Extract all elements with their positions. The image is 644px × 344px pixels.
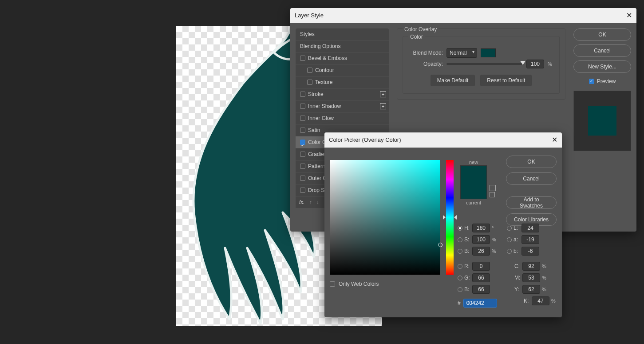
new-label: new (460, 160, 487, 165)
make-default-button[interactable]: Make Default (431, 75, 475, 86)
a-radio[interactable] (507, 237, 512, 242)
plus-icon[interactable]: + (380, 91, 386, 97)
checkbox[interactable] (300, 128, 305, 133)
hex-label: # (458, 300, 461, 306)
style-item-label: Stroke (308, 88, 324, 100)
l-input[interactable] (522, 224, 539, 232)
style-item-stroke[interactable]: Stroke+ (296, 88, 389, 100)
style-item-label: Texture (315, 76, 332, 88)
checkbox[interactable] (300, 92, 305, 97)
y-input[interactable] (522, 285, 540, 294)
style-item-styles[interactable]: Styles (296, 28, 389, 40)
hue-thumb-r[interactable] (454, 215, 457, 220)
checkbox[interactable] (307, 68, 312, 73)
checkbox[interactable] (300, 152, 305, 157)
saturation-value-panel[interactable] (330, 160, 440, 275)
checkbox[interactable] (307, 80, 312, 85)
style-item-label: Satin (308, 124, 320, 136)
bv-radio[interactable] (458, 249, 462, 254)
hue-bar[interactable] (446, 160, 454, 275)
style-item-label: Bevel & Emboss (308, 52, 347, 64)
cancel-button[interactable]: Cancel (506, 172, 557, 185)
color-picker-dialog[interactable]: Color Picker (Overlay Color) ✕ new curre… (324, 132, 562, 317)
close-icon[interactable]: ✕ (552, 132, 557, 148)
pct-label: % (548, 61, 554, 67)
s-radio[interactable] (458, 237, 462, 242)
opacity-input[interactable] (526, 60, 544, 68)
dialog-title: Color Picker (Overlay Color) (329, 132, 401, 148)
r-radio[interactable] (458, 264, 462, 269)
opacity-label: Opacity: (408, 61, 443, 67)
ok-button[interactable]: OK (506, 156, 557, 168)
dialog-titlebar[interactable]: Color Picker (Overlay Color) ✕ (324, 132, 562, 148)
reset-default-button[interactable]: Reset to Default (480, 75, 532, 86)
hex-row: # (458, 299, 497, 308)
opacity-slider[interactable] (446, 63, 523, 65)
g-radio[interactable] (458, 276, 462, 280)
gamut-warning-icon[interactable] (490, 192, 495, 197)
subsection-heading: Color (408, 34, 425, 40)
checkbox[interactable] (300, 116, 305, 121)
bc-radio[interactable] (458, 287, 462, 292)
plus-icon[interactable]: + (380, 103, 386, 109)
m-input[interactable] (522, 273, 540, 282)
style-item-label: Styles (300, 28, 315, 40)
blend-mode-label: Blend Mode: (408, 50, 443, 56)
close-icon[interactable]: ✕ (626, 8, 632, 23)
add-swatches-button[interactable]: Add to Swatches (506, 196, 557, 209)
style-item-inner-glow[interactable]: Inner Glow (296, 112, 389, 124)
g-input[interactable] (472, 273, 490, 282)
ok-button[interactable]: OK (573, 28, 631, 41)
h-input[interactable] (472, 224, 490, 232)
style-item-label: Inner Shadow (308, 100, 341, 112)
color-overlay-section: Color Overlay Color Blend Mode: Normal (397, 28, 565, 100)
hue-thumb-l[interactable] (443, 215, 446, 220)
style-item-contour[interactable]: Contour (296, 64, 389, 76)
preview-box (573, 91, 631, 151)
preview-toggle[interactable]: Preview (573, 78, 631, 84)
style-item-blending-options[interactable]: Blending Options (296, 40, 389, 52)
c-input[interactable] (522, 262, 540, 271)
cube-icon[interactable] (490, 185, 496, 191)
fx-icon[interactable]: fx. (299, 199, 305, 205)
checkbox[interactable] (300, 164, 305, 169)
style-item-label: Contour (315, 64, 334, 76)
color-picker-actions: OK Cancel Add to Swatches Color Librarie… (506, 156, 557, 226)
style-item-inner-shadow[interactable]: Inner Shadow+ (296, 100, 389, 112)
new-style-button[interactable]: New Style... (573, 60, 631, 73)
l-radio[interactable] (507, 226, 512, 231)
cancel-button[interactable]: Cancel (573, 44, 631, 57)
k-input[interactable] (532, 296, 549, 305)
h-radio[interactable] (458, 226, 462, 231)
overlay-color-swatch[interactable] (481, 48, 496, 57)
bc-input[interactable] (472, 285, 490, 294)
checkbox[interactable] (300, 104, 305, 109)
color-fields: H: ° L: S: % a: B: (458, 222, 557, 307)
arrow-down-icon[interactable]: ↓ (316, 199, 319, 205)
hex-input[interactable] (463, 299, 497, 308)
sv-cursor[interactable] (438, 243, 443, 247)
bl-radio[interactable] (507, 249, 512, 254)
bl-input[interactable] (522, 247, 539, 256)
dialog-title: Layer Style (295, 8, 324, 23)
bv-input[interactable] (472, 247, 490, 256)
checkbox[interactable] (300, 188, 305, 193)
style-item-label: Blending Options (300, 40, 340, 52)
new-current-swatch[interactable] (460, 165, 487, 199)
blend-mode-select[interactable]: Normal (446, 48, 477, 58)
checkbox[interactable] (300, 56, 305, 61)
dialog-actions: OK Cancel New Style... Preview (573, 28, 631, 151)
s-input[interactable] (472, 235, 490, 244)
dialog-titlebar[interactable]: Layer Style ✕ (290, 8, 636, 23)
style-item-bevel-emboss[interactable]: Bevel & Emboss (296, 52, 389, 64)
r-input[interactable] (472, 262, 490, 271)
checkbox[interactable] (300, 176, 305, 181)
checkbox[interactable] (300, 140, 305, 145)
section-heading: Color Overlay (403, 26, 439, 32)
style-item-texture[interactable]: Texture (296, 76, 389, 88)
style-item-label: Inner Glow (308, 112, 334, 124)
arrow-up-icon[interactable]: ↑ (309, 199, 312, 205)
a-input[interactable] (522, 235, 539, 244)
only-web-colors-toggle[interactable]: Only Web Colors (330, 281, 379, 287)
current-label: current (460, 200, 487, 205)
